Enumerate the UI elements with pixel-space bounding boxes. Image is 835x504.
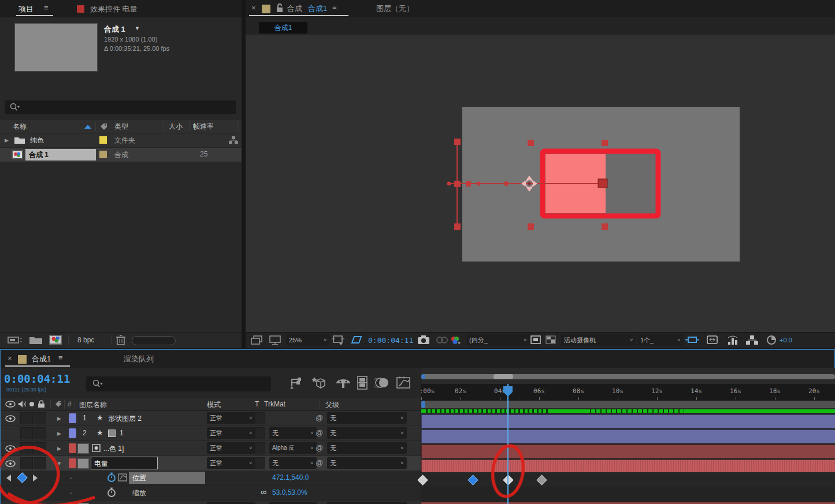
keyframe-diamond[interactable] bbox=[536, 475, 547, 485]
property-name[interactable]: 缩放 bbox=[132, 488, 146, 498]
motion-blur-icon[interactable] bbox=[374, 376, 390, 389]
preserve-transparency-cell[interactable] bbox=[255, 457, 265, 469]
property-row-scale[interactable]: 缩放 ∞ 53.0,53.0% bbox=[1, 486, 421, 501]
comp-breadcrumb[interactable]: 合成1 bbox=[259, 22, 307, 33]
comp-name-caret[interactable]: ▼ bbox=[135, 25, 140, 31]
viewer-tab-layer[interactable]: 图层（无） bbox=[376, 3, 414, 14]
trash-icon[interactable] bbox=[116, 334, 126, 345]
eye-icon[interactable] bbox=[5, 445, 16, 452]
layer-name[interactable]: ...色 1] bbox=[103, 444, 124, 454]
new-folder-icon[interactable] bbox=[29, 335, 43, 345]
interpret-footage-icon[interactable] bbox=[7, 335, 22, 345]
handle[interactable] bbox=[454, 223, 461, 230]
pickwhip-icon[interactable]: @ bbox=[316, 428, 323, 437]
viewer-tab-menu-icon[interactable]: ≡ bbox=[332, 3, 337, 12]
panel-menu-icon[interactable]: ≡ bbox=[44, 3, 49, 12]
label-chip[interactable] bbox=[69, 458, 76, 468]
parent-dropdown-row-1[interactable]: 无∨ bbox=[327, 412, 407, 424]
switch-cell[interactable] bbox=[20, 427, 33, 439]
mini-flowchart-icon[interactable] bbox=[745, 334, 759, 346]
frame-blending-icon[interactable] bbox=[355, 375, 369, 390]
stopwatch-icon[interactable] bbox=[107, 472, 116, 483]
scrollbar-left-cap[interactable] bbox=[421, 374, 425, 379]
fast-previews-icon[interactable] bbox=[726, 334, 740, 346]
expand-arrow-icon[interactable]: ▶ bbox=[57, 431, 61, 436]
position-handle[interactable] bbox=[598, 179, 607, 188]
viewer-timecode[interactable]: 0:00:04:11 bbox=[368, 336, 413, 345]
playhead-line[interactable] bbox=[507, 384, 509, 504]
prev-keyframe-arrow[interactable] bbox=[6, 475, 11, 481]
mode-dropdown-row-1[interactable]: 正常∨ bbox=[207, 412, 255, 424]
viewer-tab-word[interactable]: 合成 bbox=[287, 3, 302, 14]
channels-icon[interactable] bbox=[449, 335, 462, 345]
switch-cell[interactable] bbox=[20, 442, 33, 454]
switch-cell[interactable] bbox=[34, 457, 46, 469]
layer-bar-1[interactable] bbox=[421, 415, 835, 428]
pickwhip-icon[interactable]: @ bbox=[316, 443, 323, 452]
trkmat-dropdown-row-3[interactable]: Alpha 反∨ bbox=[269, 442, 317, 454]
path-point[interactable] bbox=[477, 182, 481, 186]
unlock-icon[interactable] bbox=[276, 3, 284, 13]
label-chip[interactable] bbox=[99, 151, 107, 158]
expand-arrow-icon[interactable]: ▶ bbox=[57, 416, 61, 421]
timeline-tab-close-icon[interactable]: × bbox=[8, 354, 12, 363]
layer-row-5[interactable]: ▶ 5 [浅灰色 纯色 1] 正常∨ 无∨ @ 无∨ bbox=[1, 501, 421, 504]
transparency-grid-icon[interactable] bbox=[545, 335, 556, 345]
path-keyframe[interactable] bbox=[466, 181, 471, 186]
mask-visibility-icon[interactable] bbox=[350, 334, 363, 346]
layer-bar-4[interactable] bbox=[421, 460, 835, 473]
pickwhip-icon[interactable]: @ bbox=[316, 458, 323, 467]
draft-3d-icon[interactable] bbox=[311, 376, 328, 390]
comp-name[interactable]: 合成 1 bbox=[104, 24, 125, 35]
resolution-dropdown[interactable]: (四分_∨ bbox=[466, 334, 530, 346]
project-row-folder[interactable]: ▶ 纯色 文件夹 bbox=[0, 133, 242, 148]
trkmat-dropdown-row-2[interactable]: 无∨ bbox=[269, 427, 317, 439]
eye-icon[interactable] bbox=[5, 415, 16, 422]
always-preview-icon[interactable] bbox=[250, 335, 263, 345]
timeline-timecode[interactable]: 0:00:04:11 bbox=[4, 372, 70, 385]
comp-mini-flowchart-icon[interactable] bbox=[290, 377, 305, 390]
label-chip[interactable] bbox=[69, 443, 76, 453]
add-keyframe-diamond[interactable] bbox=[17, 472, 27, 483]
column-name[interactable]: 名称 bbox=[13, 122, 27, 132]
parent-dropdown-row-3[interactable]: 无∨ bbox=[327, 442, 407, 454]
project-search-input[interactable] bbox=[5, 100, 236, 114]
mode-dropdown-row-2[interactable]: 正常∨ bbox=[207, 427, 255, 439]
exposure-value[interactable]: +0.0 bbox=[780, 337, 792, 344]
pickwhip-icon[interactable]: @ bbox=[316, 413, 323, 422]
tab-effect-controls[interactable]: 效果控件 电量 bbox=[90, 4, 138, 14]
property-value[interactable]: 472.1,540.0 bbox=[272, 473, 309, 481]
switch-cell[interactable] bbox=[34, 442, 46, 454]
parent-dropdown-row-5[interactable]: 无∨ bbox=[327, 502, 407, 504]
camera-view-dropdown[interactable]: 活动摄像机∨ bbox=[561, 334, 636, 346]
work-area-bar[interactable] bbox=[421, 401, 835, 408]
snapshot-camera-icon[interactable] bbox=[417, 335, 431, 345]
path-point[interactable] bbox=[447, 182, 451, 186]
property-name-highlight[interactable]: 位置 bbox=[129, 472, 205, 484]
viewer-tab-comp-name[interactable]: 合成1 bbox=[308, 3, 327, 14]
handle[interactable] bbox=[602, 140, 608, 146]
column-layer-name[interactable]: 图层名称 bbox=[79, 400, 107, 410]
column-framerate[interactable]: 帧速率 bbox=[193, 122, 214, 132]
stopwatch-icon[interactable] bbox=[107, 487, 116, 498]
eye-icon[interactable] bbox=[5, 460, 16, 467]
viewer-tab-close-icon[interactable]: × bbox=[251, 3, 256, 12]
layer-row-3[interactable]: ▶ 3 ...色 1] 正常∨ Alpha 反∨ @ 无∨ bbox=[1, 441, 421, 456]
preserve-transparency-cell[interactable] bbox=[255, 427, 265, 439]
trkmat-dropdown-row-4[interactable]: 无∨ bbox=[269, 457, 317, 469]
column-size[interactable]: 大小 bbox=[169, 122, 183, 132]
switch-cell[interactable] bbox=[34, 427, 46, 439]
layer-row-1[interactable]: ▶ 1 ★ 形状图层 2 正常∨ @ 无∨ bbox=[1, 411, 421, 426]
shy-layers-icon[interactable] bbox=[335, 376, 352, 389]
property-row-position[interactable]: 位置 472.1,540.0 bbox=[1, 471, 421, 486]
layer-name[interactable]: 1 bbox=[120, 429, 124, 437]
parent-dropdown-row-2[interactable]: 无∨ bbox=[327, 427, 407, 439]
handle[interactable] bbox=[528, 140, 534, 146]
expand-arrow-icon[interactable]: ▶ bbox=[57, 446, 61, 451]
timeline-search-input[interactable] bbox=[86, 376, 271, 391]
layer-row-4[interactable]: ▼ 4 电量 正常∨ 无∨ @ 无∨ bbox=[1, 456, 421, 471]
layer-row-2[interactable]: ▶ 2 ★ 1 正常∨ 无∨ @ 无∨ bbox=[1, 426, 421, 441]
camera-bounds-icon[interactable] bbox=[685, 334, 700, 346]
primary-viewer-icon[interactable] bbox=[269, 335, 281, 345]
project-row-comp[interactable]: 合成 1 合成 25 bbox=[0, 148, 242, 162]
